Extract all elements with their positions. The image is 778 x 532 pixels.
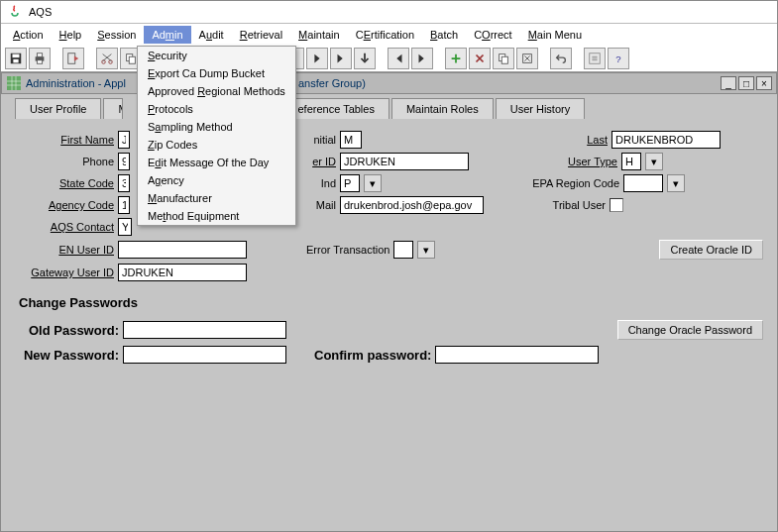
minimize-icon[interactable]: _ (721, 76, 736, 90)
aqs-contact-field[interactable] (118, 218, 132, 236)
tribal-user-checkbox[interactable] (610, 198, 623, 212)
label-old-password: Old Password: (15, 323, 119, 338)
dropdown-security[interactable]: Security (138, 47, 295, 64)
label-gateway-user-id: Gateway User ID (15, 266, 114, 278)
label-last: Last (578, 134, 608, 146)
svg-rect-5 (37, 60, 42, 64)
label-aqs-contact: AQS Contact (15, 221, 114, 233)
save-icon[interactable] (5, 48, 27, 69)
menu-admin[interactable]: Admin (144, 26, 190, 44)
label-en-user-id: EN User ID (15, 244, 114, 256)
app-title: AQS (29, 6, 52, 18)
epa-region-dropdown-icon[interactable]: ▾ (667, 174, 685, 192)
tab-user-history[interactable]: User History (496, 98, 586, 119)
dropdown-sampling[interactable]: Sampling Method (138, 118, 295, 136)
change-passwords-heading: Change Passwords (19, 295, 763, 310)
dropdown-agency[interactable]: Agency (138, 171, 295, 189)
gateway-user-id-field[interactable] (118, 264, 247, 281)
epa-region-field[interactable] (623, 174, 663, 192)
close-icon[interactable]: × (756, 76, 772, 90)
label-tribal-user: Tribal User (546, 199, 606, 211)
admin-dropdown: Security Export Ca Dump Bucket Approved … (137, 46, 296, 226)
menu-maintain[interactable]: Maintain (290, 26, 348, 44)
remove-record-icon[interactable] (469, 48, 491, 69)
agency-code-field[interactable] (118, 196, 130, 214)
exit-icon[interactable] (62, 48, 84, 69)
down-arrow-icon[interactable] (354, 48, 376, 69)
svg-rect-10 (129, 56, 135, 63)
email-field[interactable] (340, 196, 484, 214)
dropdown-approved-regional[interactable]: Approved Regional Methods (138, 82, 295, 100)
label-user-type: User Type (558, 156, 617, 167)
en-user-id-field[interactable] (118, 241, 247, 259)
label-confirm-password: Confirm password: (314, 348, 431, 363)
insert-record-icon[interactable] (445, 48, 467, 69)
next-record-icon[interactable] (306, 48, 328, 69)
dropdown-edit-message[interactable]: Edit Message Of the Day (138, 154, 295, 171)
print-icon[interactable] (29, 48, 51, 69)
confirm-password-field[interactable] (435, 346, 599, 364)
first-name-field[interactable] (118, 131, 130, 149)
inner-window-titlebar: Administration - Appl ansfer Group) _ □ … (1, 72, 777, 94)
ind-dropdown-icon[interactable]: ▾ (364, 174, 382, 192)
old-password-field[interactable] (123, 321, 286, 339)
maximize-icon[interactable]: □ (738, 76, 754, 90)
clear-icon[interactable] (516, 48, 538, 69)
svg-text:?: ? (615, 53, 620, 64)
menu-correct[interactable]: COrrect (466, 26, 520, 44)
delete-err-field[interactable] (393, 241, 413, 259)
lov-icon[interactable] (584, 48, 606, 69)
toolbar: ? (1, 46, 777, 72)
svg-rect-21 (7, 76, 21, 90)
tab-reference-tables[interactable]: eference Tables (282, 98, 389, 119)
delete-err-dropdown-icon[interactable]: ▾ (417, 241, 435, 259)
undo-icon[interactable] (550, 48, 572, 69)
user-id-field[interactable] (340, 153, 469, 170)
phone-field[interactable] (118, 153, 130, 170)
menu-help[interactable]: Help (52, 26, 90, 44)
svg-rect-1 (13, 54, 20, 58)
help-icon[interactable]: ? (608, 48, 629, 69)
nav-prev-icon[interactable] (388, 48, 409, 69)
dropdown-export-ca[interactable]: Export Ca Dump Bucket (138, 64, 295, 82)
cut-icon[interactable] (96, 48, 118, 69)
menu-retrieval[interactable]: Retrieval (232, 26, 290, 44)
menu-audit[interactable]: Audit (191, 26, 232, 44)
inner-title-left: Administration - Appl (26, 77, 126, 89)
create-oracle-button[interactable]: Create Oracle ID (659, 240, 763, 260)
dropdown-protocols[interactable]: Protocols (138, 100, 295, 118)
initial-field[interactable] (340, 131, 362, 149)
label-ind: Ind (306, 177, 336, 189)
inner-title-right: ansfer Group) (298, 77, 366, 89)
label-state-code: State Code (15, 177, 114, 189)
tab-partial-m[interactable]: M (103, 98, 123, 119)
content-area: User Profile M eference Tables Maintain … (1, 94, 777, 531)
svg-rect-17 (501, 56, 507, 63)
tab-user-profile[interactable]: User Profile (15, 98, 101, 119)
last-name-field[interactable] (611, 131, 721, 149)
user-type-field[interactable] (621, 153, 641, 170)
menu-session[interactable]: Session (89, 26, 144, 44)
menu-action[interactable]: Action (5, 26, 52, 44)
titlebar: AQS (1, 1, 777, 24)
form-area: First Name nitial Last Phone er ID User … (5, 125, 773, 373)
user-type-dropdown-icon[interactable]: ▾ (645, 153, 663, 170)
state-code-field[interactable] (118, 174, 130, 192)
svg-rect-6 (68, 53, 75, 64)
new-password-field[interactable] (123, 346, 286, 364)
change-oracle-password-button[interactable]: Change Oracle Password (617, 320, 763, 340)
dropdown-zip[interactable]: Zip Codes (138, 136, 295, 154)
label-initial: nitial (306, 134, 336, 146)
tab-maintain-roles[interactable]: Maintain Roles (391, 98, 494, 119)
nav-next-icon[interactable] (411, 48, 433, 69)
menu-batch[interactable]: Batch (422, 26, 466, 44)
label-phone: Phone (15, 156, 114, 167)
ind-field[interactable] (340, 174, 360, 192)
last-record-icon[interactable] (330, 48, 352, 69)
menu-certification[interactable]: CErtification (348, 26, 422, 44)
duplicate-icon[interactable] (493, 48, 514, 69)
label-email: Mail (306, 199, 336, 211)
dropdown-method-equipment[interactable]: Method Equipment (138, 207, 295, 225)
menu-main[interactable]: Main Menu (520, 26, 590, 44)
dropdown-manufacturer[interactable]: Manufacturer (138, 189, 295, 207)
